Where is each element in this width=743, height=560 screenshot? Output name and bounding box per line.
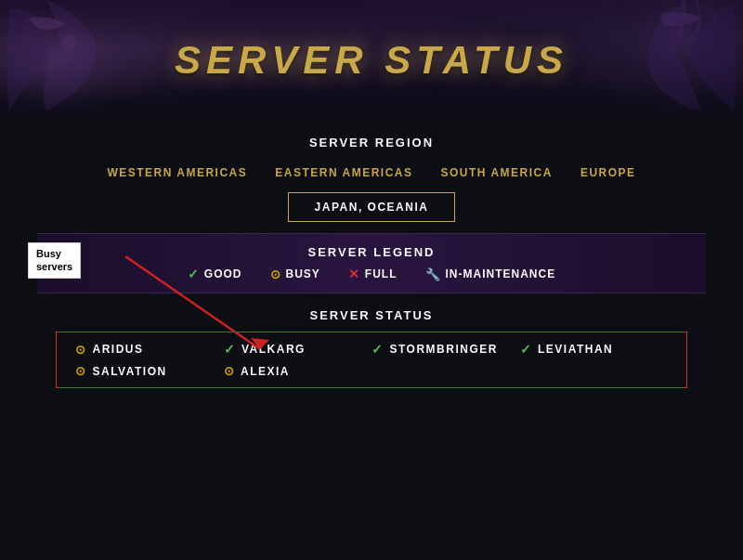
tab-japan-oceania[interactable]: JAPAN, OCEANIA <box>288 192 456 222</box>
main-content: SERVER REGION WESTERN AMERICAS EASTERN A… <box>0 121 743 397</box>
legend-good-label: GOOD <box>204 267 242 280</box>
tab-western-americas[interactable]: WESTERN AMERICAS <box>107 163 247 183</box>
busy-label: Busy servers <box>28 242 81 279</box>
full-icon: ✕ <box>348 267 360 281</box>
legend-good: ✓ GOOD <box>188 267 242 281</box>
legend-title: SERVER LEGEND <box>56 245 687 259</box>
region-tabs-row2: JAPAN, OCEANIA <box>37 192 706 222</box>
server-stormbringer: ✓ STORMBRINGER <box>372 342 520 357</box>
legend-section: SERVER LEGEND ✓ GOOD ⊙ BUSY ✕ FULL 🔧 IN-… <box>37 233 706 293</box>
tab-europe[interactable]: EUROPE <box>580 163 636 183</box>
maintenance-icon: 🔧 <box>425 267 441 281</box>
legend-maintenance: 🔧 IN-MAINTENANCE <box>425 267 556 281</box>
stormbringer-status-icon: ✓ <box>372 342 385 357</box>
server-row-2: ⊙ SALVATION ⊙ ALEXIA <box>75 364 668 378</box>
server-aridus: ⊙ ARIDUS <box>75 342 224 357</box>
alexia-label: ALEXIA <box>241 365 290 378</box>
legend-items: ✓ GOOD ⊙ BUSY ✕ FULL 🔧 IN-MAINTENANCE <box>56 267 687 281</box>
server-empty-1 <box>372 364 520 378</box>
salvation-status-icon: ⊙ <box>75 364 87 378</box>
salvation-label: SALVATION <box>93 365 167 378</box>
page-title: SERVER STATUS <box>175 38 568 83</box>
busy-icon: ⊙ <box>270 267 281 281</box>
hero-section: SERVER STATUS <box>0 0 743 121</box>
status-title: SERVER STATUS <box>56 308 687 322</box>
aridus-status-icon: ⊙ <box>75 343 87 357</box>
creature-right-svg <box>539 0 743 121</box>
stormbringer-label: STORMBRINGER <box>390 343 498 356</box>
valkarg-status-icon: ✓ <box>224 342 237 357</box>
svg-point-3 <box>667 28 685 46</box>
status-section: SERVER STATUS ⊙ ARIDUS ✓ VALKARG ✓ STORM… <box>37 308 706 388</box>
svg-point-1 <box>62 34 77 49</box>
server-leviathan: ✓ LEVIATHAN <box>520 342 669 357</box>
server-row-1: ⊙ ARIDUS ✓ VALKARG ✓ STORMBRINGER ✓ LEVI… <box>75 342 668 357</box>
legend-busy: ⊙ BUSY <box>270 267 320 281</box>
aridus-label: ARIDUS <box>93 343 144 356</box>
leviathan-label: LEVIATHAN <box>538 343 613 356</box>
server-valkarg: ✓ VALKARG <box>224 342 372 357</box>
region-tabs-row1: WESTERN AMERICAS EASTERN AMERICAS SOUTH … <box>37 163 706 183</box>
legend-busy-label: BUSY <box>286 267 320 280</box>
valkarg-label: VALKARG <box>241 343 306 356</box>
tab-eastern-americas[interactable]: EASTERN AMERICAS <box>275 163 412 183</box>
legend-maintenance-label: IN-MAINTENANCE <box>446 267 556 280</box>
legend-full: ✕ FULL <box>348 267 398 281</box>
servers-box: ⊙ ARIDUS ✓ VALKARG ✓ STORMBRINGER ✓ LEVI… <box>56 332 687 388</box>
legend-full-label: FULL <box>365 267 398 280</box>
region-label: SERVER REGION <box>37 136 706 150</box>
good-icon: ✓ <box>188 267 200 281</box>
server-empty-2 <box>520 364 669 378</box>
tab-south-america[interactable]: SOUTH AMERICA <box>441 163 553 183</box>
busy-annotation: Busy servers <box>28 242 81 279</box>
server-salvation: ⊙ SALVATION <box>75 364 224 378</box>
annotation-area: Busy servers SERVER LEGEND ✓ GOOD ⊙ BUSY <box>37 233 706 293</box>
server-alexia: ⊙ ALEXIA <box>224 364 372 378</box>
leviathan-status-icon: ✓ <box>520 342 533 357</box>
alexia-status-icon: ⊙ <box>224 364 236 378</box>
